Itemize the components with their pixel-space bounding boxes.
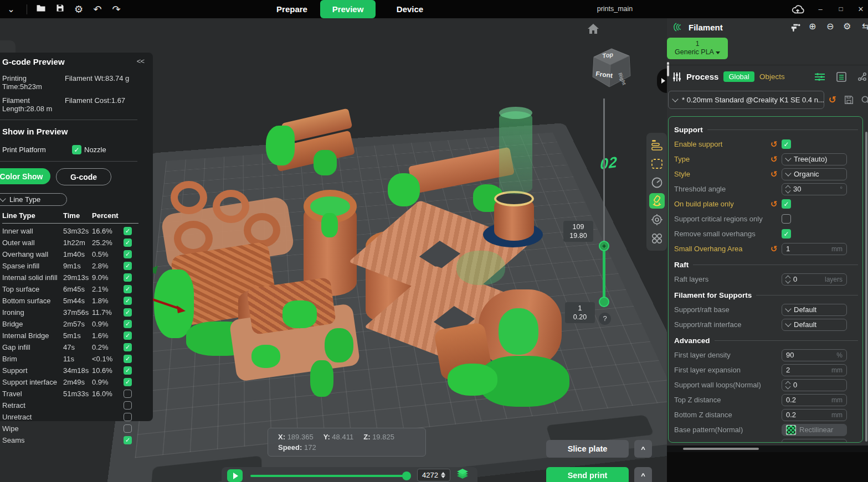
multimaterial-category-icon[interactable]: [649, 212, 665, 227]
line-type-visibility-checkbox[interactable]: ✓: [124, 436, 132, 444]
reset-setting-icon[interactable]: ↺: [771, 244, 782, 254]
slice-options-button[interactable]: ^: [634, 440, 652, 458]
line-type-visibility-checkbox[interactable]: ✓: [124, 285, 132, 293]
send-print-button[interactable]: Send print: [546, 467, 629, 482]
print-object-cluster[interactable]: [232, 277, 376, 388]
reset-preset-icon[interactable]: ↺: [829, 94, 836, 105]
maximize-button[interactable]: □: [833, 0, 849, 18]
setting-input[interactable]: 90%: [782, 349, 847, 361]
gcode-button[interactable]: G-code: [56, 168, 111, 185]
parameter-list-icon[interactable]: [814, 72, 825, 84]
line-type-visibility-checkbox[interactable]: [124, 413, 132, 421]
save-preset-icon[interactable]: [844, 95, 854, 107]
setting-spinner[interactable]: 30°: [782, 183, 847, 195]
slice-plate-button[interactable]: Slice plate: [546, 440, 629, 458]
slider-thumb[interactable]: [402, 471, 411, 480]
spinner-arrows-icon[interactable]: [786, 276, 790, 283]
reset-setting-icon[interactable]: ↺: [771, 154, 782, 164]
cloud-upload-icon[interactable]: [789, 0, 806, 18]
setting-checkbox[interactable]: ✓: [782, 229, 791, 239]
line-type-visibility-checkbox[interactable]: ✓: [124, 366, 132, 375]
panel-scrollbar-thumb[interactable]: [667, 62, 669, 76]
main-menu-chevron-icon[interactable]: ⌄: [0, 0, 22, 18]
scope-objects-link[interactable]: Objects: [759, 72, 785, 81]
print-object-cluster[interactable]: [266, 111, 366, 180]
line-type-visibility-checkbox[interactable]: [124, 424, 132, 433]
setting-checkbox[interactable]: ✓: [782, 139, 791, 149]
remove-filament-icon[interactable]: ⊖: [826, 21, 834, 32]
reset-setting-icon[interactable]: ↺: [771, 169, 782, 179]
filament-chip[interactable]: 1 Generic PLA: [667, 38, 728, 59]
line-type-visibility-checkbox[interactable]: ✓: [124, 343, 132, 351]
setting-checkbox[interactable]: ✓: [782, 199, 791, 209]
print-object-cluster[interactable]: [483, 191, 547, 251]
collapse-panel-button[interactable]: <<: [137, 57, 144, 65]
setting-input[interactable]: 2.5mm: [782, 439, 847, 443]
setting-dropdown[interactable]: Default: [782, 304, 847, 316]
panel-collapse-handle[interactable]: [657, 69, 667, 93]
reset-setting-icon[interactable]: ↺: [771, 139, 782, 149]
line-type-visibility-checkbox[interactable]: ✓: [124, 227, 132, 235]
tab-preview[interactable]: Preview: [320, 0, 376, 18]
line-type-visibility-checkbox[interactable]: [124, 390, 132, 398]
layer-slider-rail[interactable]: [603, 99, 605, 265]
parameter-table-icon[interactable]: [836, 72, 846, 84]
line-type-visibility-checkbox[interactable]: ✓: [124, 273, 132, 282]
setting-dropdown[interactable]: Organic: [782, 168, 847, 180]
scope-global-chip[interactable]: Global: [723, 71, 754, 82]
reset-setting-icon[interactable]: ↺: [771, 199, 782, 209]
layers-icon[interactable]: [456, 469, 469, 482]
navigation-cube[interactable]: Top Front Right: [586, 42, 635, 90]
line-type-visibility-checkbox[interactable]: ✓: [124, 320, 132, 328]
setting-dropdown[interactable]: Tree(auto): [782, 153, 847, 165]
line-type-visibility-checkbox[interactable]: ✓: [124, 250, 132, 258]
horizontal-scrollbar-thumb[interactable]: [683, 448, 759, 450]
line-type-visibility-checkbox[interactable]: ✓: [124, 378, 132, 386]
line-type-visibility-checkbox[interactable]: ✓: [124, 355, 132, 363]
line-type-visibility-checkbox[interactable]: ✓: [124, 239, 132, 247]
layer-number-spinner[interactable]: 4272: [417, 469, 450, 481]
settings-gear-icon[interactable]: ⚙: [69, 0, 88, 18]
line-type-dropdown[interactable]: Line Type: [0, 193, 67, 206]
setting-input[interactable]: 2mm: [782, 364, 847, 376]
support-category-icon[interactable]: [649, 193, 665, 209]
layer-slider-bottom-handle[interactable]: [599, 297, 609, 307]
filament-settings-gear-icon[interactable]: ⚙: [843, 21, 851, 32]
add-filament-icon[interactable]: ⊕: [809, 21, 816, 32]
search-settings-icon[interactable]: [861, 95, 868, 107]
card-scrollbar-thumb[interactable]: [865, 132, 867, 442]
send-options-button[interactable]: ^: [634, 467, 652, 482]
setting-spinner[interactable]: 0layers: [782, 273, 847, 286]
setting-dropdown[interactable]: Default: [782, 319, 847, 331]
layer-slider-top-handle[interactable]: +: [599, 241, 609, 251]
setting-input[interactable]: 0.2mm: [782, 394, 847, 406]
layer-slider-track[interactable]: [603, 246, 605, 302]
layer-progress-slider[interactable]: [250, 475, 409, 477]
setting-input[interactable]: 1mm: [782, 243, 847, 255]
line-type-visibility-checkbox[interactable]: ✓: [124, 331, 132, 340]
others-category-icon[interactable]: [649, 231, 665, 246]
help-button[interactable]: ?: [599, 313, 611, 325]
speed-category-icon[interactable]: [649, 175, 665, 190]
minimize-button[interactable]: –: [812, 0, 829, 18]
spinner-arrows-icon[interactable]: [786, 382, 790, 388]
line-type-visibility-checkbox[interactable]: ✓: [124, 297, 132, 305]
setting-spinner[interactable]: 0: [782, 379, 847, 391]
strength-category-icon[interactable]: [649, 156, 665, 172]
process-preset-dropdown[interactable]: * 0.20mm Standard @Creality K1 SE 0.4 n.…: [668, 91, 824, 109]
nozzle-checkbox[interactable]: ✓: [72, 145, 81, 154]
setting-checkbox[interactable]: [782, 214, 791, 224]
redo-icon[interactable]: ↷: [107, 0, 126, 18]
setting-input[interactable]: 0.2mm: [782, 409, 847, 421]
quality-category-icon[interactable]: [649, 137, 665, 153]
color-show-button[interactable]: Color Show: [0, 168, 50, 184]
undo-icon[interactable]: ↶: [88, 0, 107, 18]
tab-prepare[interactable]: Prepare: [270, 0, 314, 18]
line-type-visibility-checkbox[interactable]: ✓: [124, 262, 132, 270]
open-file-icon[interactable]: [32, 0, 50, 18]
play-button[interactable]: [227, 469, 243, 482]
spinner-arrows-icon[interactable]: [786, 186, 790, 193]
close-button[interactable]: ✕: [852, 0, 868, 18]
flush-options-icon[interactable]: [790, 22, 801, 34]
home-view-icon[interactable]: [586, 23, 600, 37]
